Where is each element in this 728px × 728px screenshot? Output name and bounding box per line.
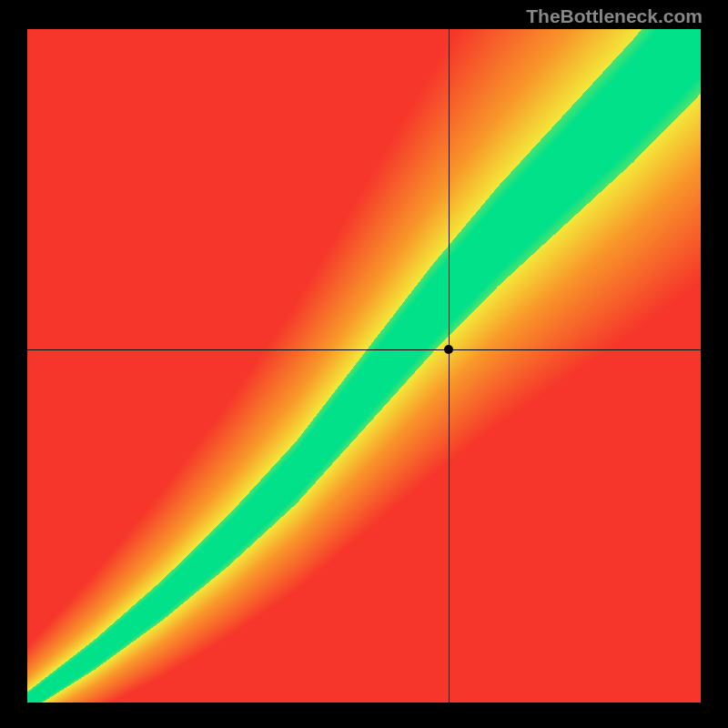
watermark-text: TheBottleneck.com	[526, 5, 703, 27]
chart-container: TheBottleneck.com	[0, 0, 728, 728]
crosshair-vertical	[449, 29, 450, 703]
crosshair-marker	[444, 345, 453, 354]
crosshair-horizontal	[27, 349, 701, 350]
heatmap-canvas	[27, 29, 701, 703]
heatmap-plot	[27, 29, 701, 703]
